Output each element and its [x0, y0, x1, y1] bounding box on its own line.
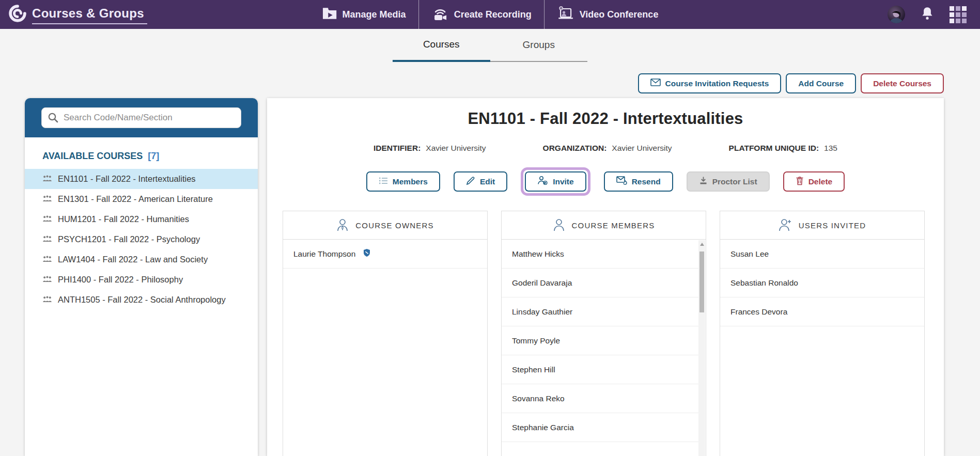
course-label: HUM1201 - Fall 2022 - Humanities [58, 214, 189, 224]
member-name: Linsday Gauthier [512, 307, 572, 317]
identifier-value: Xavier University [426, 144, 486, 153]
member-name: Tommy Poyle [512, 336, 560, 345]
navbar-right [888, 6, 980, 23]
sidebar-course-item[interactable]: EN1101 - Fall 2022 - Intertextualities [25, 169, 258, 189]
course-owners-card: COURSE OWNERS Laurie Thompson [283, 211, 488, 456]
users-invited-header: USERS INVITED [720, 211, 924, 240]
member-name: Matthew Hicks [512, 249, 564, 259]
sidebar-course-item[interactable]: LAW1404 - Fall 2022 - Law and Society [25, 249, 258, 270]
course-members-card: COURSE MEMBERS Matthew Hicks Goderil Dav… [501, 211, 706, 456]
pencil-icon [466, 176, 475, 187]
member-name: Sovanna Reko [512, 394, 565, 403]
course-people-columns: COURSE OWNERS Laurie Thompson [283, 211, 925, 456]
download-icon [699, 176, 708, 187]
member-row: Tommy Poyle [502, 326, 698, 355]
scrollbar-thumb[interactable] [699, 251, 704, 312]
member-row: Matthew Hicks [502, 240, 698, 269]
sidebar-course-item[interactable]: PHI1400 - Fall 2022 - Philosophy [25, 270, 258, 290]
invite-button[interactable]: Invite [525, 171, 586, 192]
course-actions-row: Members Edit Invite [267, 167, 944, 196]
owner-row: Laurie Thompson [283, 240, 487, 269]
page-title: Courses & Groups [32, 6, 144, 20]
course-people-icon [42, 275, 52, 285]
notifications-bell-icon[interactable] [921, 6, 934, 23]
invited-name: Sebastian Ronaldo [730, 278, 798, 288]
add-course-button[interactable]: Add Course [786, 73, 856, 93]
course-people-icon [42, 214, 52, 224]
search-input[interactable] [41, 107, 241, 128]
invited-name: Frances Devora [730, 307, 787, 317]
course-label: PHI1400 - Fall 2022 - Philosophy [58, 275, 183, 285]
app-logo-swirl-icon [8, 4, 27, 25]
list-icon [379, 177, 388, 187]
person-add-icon [537, 176, 548, 187]
course-list: EN1101 - Fall 2022 - Intertextualities E… [25, 169, 258, 310]
members-button[interactable]: Members [366, 171, 440, 192]
sidebar-course-item[interactable]: HUM1201 - Fall 2022 - Humanities [25, 209, 258, 229]
members-scrollbar[interactable] [698, 240, 705, 456]
invited-row: Frances Devora [720, 297, 924, 326]
owner-person-icon [336, 218, 349, 233]
course-title: EN1101 - Fall 2022 - Intertextualities [267, 109, 944, 128]
tab-groups[interactable]: Groups [490, 29, 588, 62]
invited-person-add-icon [779, 218, 792, 233]
tab-courses[interactable]: Courses [393, 29, 490, 62]
create-recording-button[interactable]: Create Recording [418, 0, 544, 29]
member-person-icon [553, 218, 565, 233]
course-label: EN1101 - Fall 2022 - Intertextualities [58, 174, 196, 184]
scroll-up-arrow[interactable] [700, 243, 704, 246]
member-row: Stephen Hill [502, 355, 698, 384]
course-people-icon [42, 194, 52, 204]
brand[interactable]: Courses & Groups [0, 0, 155, 29]
organization-value: Xavier University [612, 144, 672, 153]
delete-button[interactable]: Delete [783, 171, 845, 192]
course-people-icon [42, 174, 52, 184]
course-meta-row: IDENTIFIER: Xavier University ORGANIZATI… [267, 144, 944, 153]
invited-row: Susan Lee [720, 240, 924, 269]
resend-button[interactable]: Resend [604, 171, 673, 192]
navbar-menu: Manage Media Create Recording [309, 0, 671, 29]
recording-camera-icon [431, 6, 449, 23]
proctor-list-button[interactable]: Proctor List [687, 171, 770, 192]
media-folder-icon [322, 6, 337, 23]
course-label: PSYCH1201 - Fall 2022 - Psychology [58, 234, 200, 244]
available-courses-heading: AVAILABLE COURSES[7] [25, 137, 258, 169]
member-row: Goderil Davaraja [502, 269, 698, 297]
top-navbar: Courses & Groups Manage Media [0, 0, 980, 29]
courses-sidebar: AVAILABLE COURSES[7] EN1101 - Fall 2022 … [25, 98, 258, 456]
video-conference-button[interactable]: Video Conference [544, 0, 671, 29]
sidebar-search-header [25, 98, 258, 137]
delete-courses-button[interactable]: Delete Courses [861, 73, 944, 93]
course-owners-header: COURSE OWNERS [283, 211, 487, 240]
sidebar-course-item[interactable]: ANTH1505 - Fall 2022 - Social Anthropolo… [25, 290, 258, 310]
course-label: EN1301 - Fall 2022 - American Literature [58, 194, 213, 204]
video-conference-icon [557, 6, 574, 23]
sidebar-course-item[interactable]: PSYCH1201 - Fall 2022 - Psychology [25, 229, 258, 249]
platform-id-value: 135 [824, 144, 837, 153]
member-name: Stephanie Garcia [512, 423, 574, 432]
admin-shield-icon [364, 249, 370, 259]
trash-icon [796, 176, 804, 187]
owner-name: Laurie Thompson [293, 249, 355, 259]
course-label: LAW1404 - Fall 2022 - Law and Society [58, 255, 208, 264]
course-people-icon [42, 295, 52, 305]
apps-grid-icon[interactable] [950, 6, 967, 23]
sidebar-course-item[interactable]: EN1301 - Fall 2022 - American Literature [25, 189, 258, 209]
member-name: Stephen Hill [512, 365, 555, 374]
users-invited-card: USERS INVITED Susan Lee Sebastian Ronald… [720, 211, 925, 456]
manage-media-button[interactable]: Manage Media [309, 0, 418, 29]
member-row: Linsday Gauthier [502, 297, 698, 326]
invited-row: Sebastian Ronaldo [720, 269, 924, 297]
envelope-resend-icon [616, 176, 627, 187]
member-name: Goderil Davaraja [512, 278, 572, 288]
organization-label: ORGANIZATION: [543, 144, 607, 153]
course-toolbar: Course Invitation Requests Add Course De… [638, 73, 944, 93]
search-icon [48, 112, 59, 125]
edit-button[interactable]: Edit [454, 171, 507, 192]
course-invitation-requests-button[interactable]: Course Invitation Requests [638, 73, 782, 93]
user-avatar[interactable] [888, 6, 905, 23]
course-people-icon [42, 255, 52, 264]
courses-groups-tabbar: Courses Groups [393, 29, 587, 62]
member-row: Sovanna Reko [502, 384, 698, 413]
course-members-header: COURSE MEMBERS [502, 211, 706, 240]
